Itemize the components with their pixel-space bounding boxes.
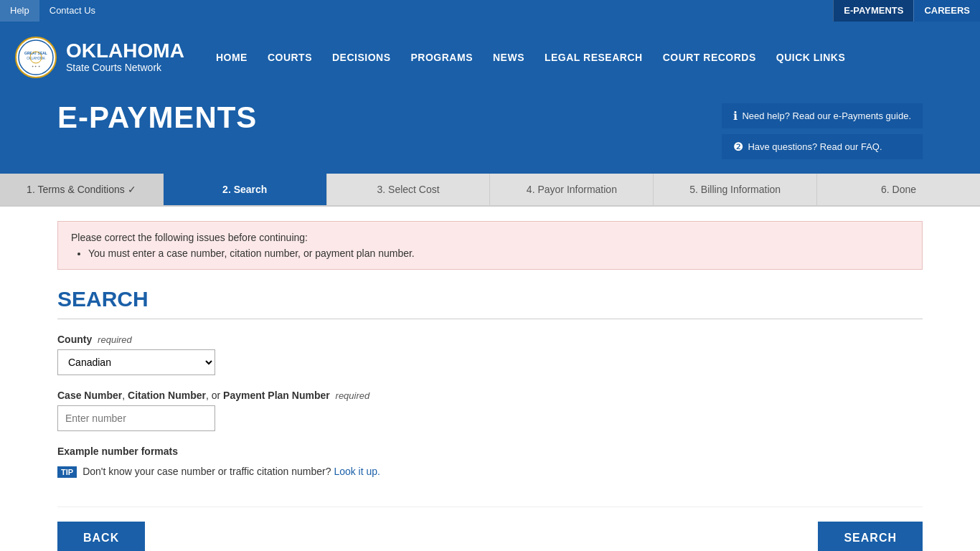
careers-link[interactable]: CAREERS <box>913 0 980 22</box>
tip-label: TIP <box>57 466 77 478</box>
faq-button[interactable]: ❷ Have questions? Read our FAQ. <box>722 134 923 159</box>
step-1: 1. Terms & Conditions ✓ <box>0 174 164 205</box>
error-item: You must enter a case number, citation n… <box>88 248 909 259</box>
county-required-text: required <box>98 334 132 345</box>
error-heading: Please correct the following issues befo… <box>71 232 909 243</box>
nav-court-records[interactable]: COURT RECORDS <box>653 42 766 72</box>
step-2: 2. Search <box>164 174 327 205</box>
tip-text: Don't know your case number or traffic c… <box>83 466 380 477</box>
epayments-link[interactable]: E-PAYMENTS <box>833 0 913 22</box>
svg-text:OKLAHOMA: OKLAHOMA <box>27 57 45 60</box>
nav-quick-links[interactable]: QUICK LINKS <box>766 42 856 72</box>
citation-number-label: Citation Number <box>128 390 206 401</box>
number-input[interactable] <box>57 405 215 431</box>
nav-programs[interactable]: PROGRAMS <box>401 42 483 72</box>
contact-link[interactable]: Contact Us <box>39 0 105 22</box>
logo-text: OKLAHOMA State Courts Network <box>66 41 184 74</box>
search-button[interactable]: SEARCH <box>818 522 923 551</box>
step-5: 5. Billing Information <box>654 174 817 205</box>
error-list: You must enter a case number, citation n… <box>88 248 909 259</box>
case-number-label: Case Number <box>57 390 122 401</box>
info-icon: ℹ <box>733 109 738 123</box>
county-group: County required Canadian Adair Alfalfa A… <box>57 334 923 375</box>
tip-box: TIP Don't know your case number or traff… <box>57 466 923 478</box>
search-heading: SEARCH <box>57 287 923 319</box>
nav-courts[interactable]: COURTS <box>258 42 322 72</box>
action-buttons: BACK SEARCH <box>57 507 923 551</box>
question-icon: ❷ <box>733 140 743 154</box>
steps-bar: 1. Terms & Conditions ✓ 2. Search 3. Sel… <box>0 174 980 207</box>
nav-home[interactable]: HOME <box>206 42 258 72</box>
logo-link[interactable]: GREAT SEAL OKLAHOMA ✦ ✦ ✦ OKLAHOMA State… <box>14 36 184 79</box>
logo-state-courts: State Courts Network <box>66 61 184 74</box>
help-buttons: ℹ Need help? Read our e-Payments guide. … <box>722 103 923 159</box>
logo-oklahoma: OKLAHOMA <box>66 41 184 61</box>
number-label: Case Number, Citation Number, or Payment… <box>57 390 923 401</box>
step-3: 3. Select Cost <box>327 174 491 205</box>
look-it-up-link[interactable]: Look it up. <box>334 466 380 477</box>
county-label: County required <box>57 334 923 345</box>
page-header: E-PAYMENTS ℹ Need help? Read our e-Payme… <box>0 93 980 174</box>
main-header: GREAT SEAL OKLAHOMA ✦ ✦ ✦ OKLAHOMA State… <box>0 22 980 93</box>
nav-decisions[interactable]: DECISIONS <box>322 42 401 72</box>
svg-text:✦ ✦ ✦: ✦ ✦ ✦ <box>32 65 40 68</box>
step-6: 6. Done <box>817 174 980 205</box>
payment-plan-label: Payment Plan Number <box>223 390 330 401</box>
error-box: Please correct the following issues befo… <box>57 221 923 270</box>
number-required-text: required <box>336 390 370 401</box>
utility-bar-left: Help Contact Us <box>0 0 105 22</box>
help-link[interactable]: Help <box>0 0 39 22</box>
content-area: Please correct the following issues befo… <box>0 207 980 551</box>
utility-bar: Help Contact Us E-PAYMENTS CAREERS <box>0 0 980 22</box>
number-group: Case Number, Citation Number, or Payment… <box>57 390 923 431</box>
step-4: 4. Payor Information <box>490 174 654 205</box>
example-formats-label: Example number formats <box>57 446 923 457</box>
back-button[interactable]: BACK <box>57 522 145 551</box>
utility-bar-right: E-PAYMENTS CAREERS <box>833 0 980 22</box>
epayments-guide-button[interactable]: ℹ Need help? Read our e-Payments guide. <box>722 103 923 128</box>
county-select[interactable]: Canadian Adair Alfalfa Atoka Beaver Beck… <box>57 349 215 375</box>
page-title: E-PAYMENTS <box>57 100 257 135</box>
main-nav: HOME COURTS DECISIONS PROGRAMS NEWS LEGA… <box>206 42 966 72</box>
nav-news[interactable]: NEWS <box>483 42 534 72</box>
state-seal-icon: GREAT SEAL OKLAHOMA ✦ ✦ ✦ <box>14 36 57 79</box>
nav-legal-research[interactable]: LEGAL RESEARCH <box>534 42 653 72</box>
